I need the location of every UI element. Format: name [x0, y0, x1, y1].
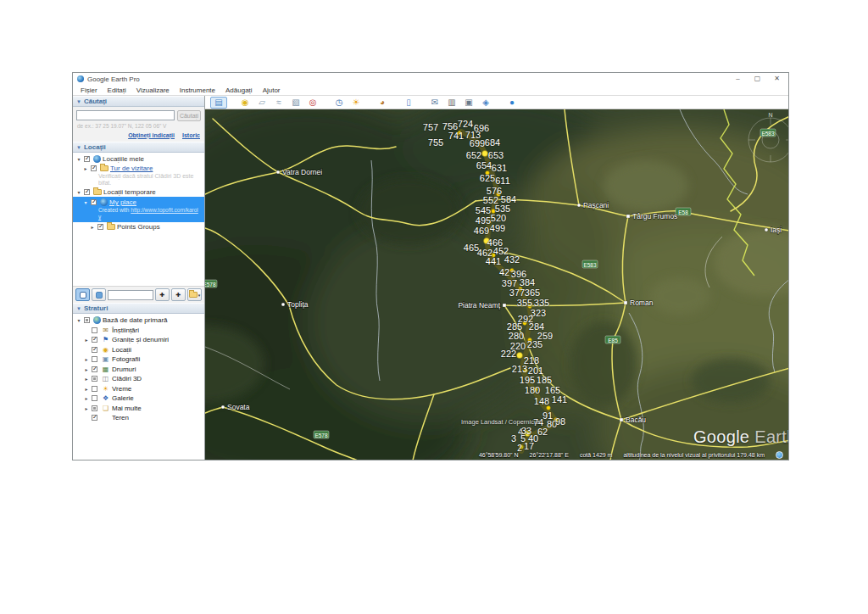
expander-icon[interactable]: ▸ [83, 405, 90, 411]
checkbox[interactable] [92, 405, 97, 411]
waypoint-label[interactable]: 365 [525, 287, 540, 298]
waypoint-label[interactable]: 384 [520, 277, 535, 287]
email-button[interactable] [426, 97, 443, 109]
layer-row-flag[interactable]: ▸Granițe și denumiri [73, 335, 204, 345]
waypoint-label[interactable]: 377 [509, 287, 525, 298]
placemark-pin[interactable] [547, 406, 551, 410]
waypoint-label[interactable]: 432 [504, 254, 520, 265]
tree-item-temporary-places[interactable]: ▾ Locații temporare [73, 187, 204, 197]
checkbox[interactable] [92, 415, 97, 421]
waypoint-label[interactable]: 757 [423, 122, 438, 132]
waypoint-label[interactable]: 741 [448, 131, 464, 141]
checkbox[interactable] [84, 156, 90, 162]
checkbox[interactable] [92, 395, 97, 401]
history-link[interactable]: Istoric [182, 132, 200, 138]
get-directions-link[interactable]: Obțineți indicații [128, 132, 175, 138]
checkbox[interactable] [92, 366, 97, 372]
add-path-button[interactable] [270, 97, 287, 109]
menu-item-1[interactable]: Editați [103, 87, 131, 94]
checkbox[interactable] [92, 376, 97, 382]
maximize-button[interactable]: ▢ [748, 73, 767, 84]
search-input[interactable] [76, 110, 175, 120]
view-in-maps-button[interactable] [477, 97, 494, 109]
tree-item-my-places[interactable]: ▾ Locațiile mele [73, 154, 204, 164]
layer-row-terrain[interactable]: Teren [73, 413, 204, 423]
overview-button[interactable] [92, 288, 106, 301]
expander-icon[interactable]: ▸ [83, 386, 90, 392]
waypoint-label[interactable]: 355 [517, 298, 532, 308]
waypoint-label[interactable]: 3 [511, 433, 516, 444]
layer-row-more[interactable]: ▸Mai multe [73, 404, 204, 414]
planets-button[interactable] [374, 97, 391, 109]
checkbox[interactable] [91, 199, 97, 205]
expander-icon[interactable]: ▸ [82, 165, 89, 171]
waypoint-label[interactable]: 499 [490, 223, 505, 233]
places-panel-header[interactable]: ▼ Locații [73, 142, 204, 153]
expander-icon[interactable]: ▸ [83, 376, 90, 382]
waypoint-label[interactable]: 141 [552, 394, 567, 405]
add-polygon-button[interactable] [253, 97, 270, 109]
add-placemark-button[interactable] [236, 97, 253, 109]
waypoint-label[interactable]: 195 [520, 375, 535, 385]
historical-imagery-button[interactable] [331, 97, 348, 109]
waypoint-label[interactable]: 625 [480, 173, 495, 183]
menu-item-5[interactable]: Ajutor [258, 87, 286, 94]
waypoint-label[interactable]: 653 [488, 150, 504, 160]
waypoint-label[interactable]: 724 [458, 119, 473, 129]
layer-row-building[interactable]: ▸Clădiri 3D [73, 374, 204, 384]
layer-row-gallery[interactable]: ▸Galerie [73, 394, 204, 404]
next-result-button[interactable]: ✚ [171, 288, 186, 301]
expander-icon[interactable]: ▾ [75, 317, 82, 323]
checkbox[interactable] [84, 189, 90, 195]
selected-place-row[interactable]: ▾ My place Created with http://www.topof… [73, 197, 204, 222]
search-panel-header[interactable]: ▼ Căutați [73, 96, 204, 107]
waypoint-label[interactable]: 611 [495, 176, 510, 186]
prev-result-button[interactable]: ✚ [155, 288, 170, 301]
ruler-button[interactable] [400, 97, 417, 109]
waypoint-label[interactable]: 441 [486, 256, 501, 266]
add-image-overlay-button[interactable] [287, 97, 304, 109]
waypoint-label[interactable]: 654 [476, 160, 492, 170]
toggle-sidebar-button[interactable] [210, 97, 227, 109]
title-bar[interactable]: Google Earth Pro – ▢ ✕ [73, 73, 788, 85]
waypoint-label[interactable]: 180 [525, 385, 540, 395]
places-filter-input[interactable] [108, 290, 153, 300]
checkbox[interactable] [92, 347, 97, 353]
waypoint-label[interactable]: 520 [491, 213, 506, 223]
waypoint-label[interactable]: 335 [534, 298, 549, 308]
menu-item-4[interactable]: Adăugați [220, 87, 258, 94]
search-button[interactable]: Căutați [177, 110, 201, 121]
tree-item-tour[interactable]: ▸ Tur de vizitare [73, 164, 204, 173]
save-image-button[interactable] [460, 97, 477, 109]
expander-icon[interactable]: ▸ [83, 356, 90, 362]
waypoint-label[interactable]: 222 [501, 349, 516, 359]
checkbox[interactable] [92, 337, 97, 343]
placemark-pin[interactable] [482, 151, 488, 157]
layer-row-pin[interactable]: Locații [73, 345, 204, 355]
globe-button[interactable] [504, 97, 520, 109]
checkbox[interactable] [92, 327, 97, 333]
record-tour-button[interactable] [304, 97, 321, 109]
layer-row-road[interactable]: ▸Drumuri [73, 365, 204, 375]
waypoint-label[interactable]: 699 [470, 138, 485, 148]
menu-item-3[interactable]: Instrumente [175, 87, 220, 94]
waypoint-label[interactable]: 280 [509, 331, 524, 341]
expander-icon[interactable]: ▾ [75, 156, 82, 162]
layer-row-envelope[interactable]: Înștiințări [73, 326, 204, 336]
tree-item-points-groups[interactable]: ▸ Points Groups [73, 222, 204, 232]
waypoint-label[interactable]: 235 [527, 339, 542, 349]
expander-icon[interactable]: ▸ [83, 337, 90, 343]
waypoint-label[interactable]: 185 [537, 375, 552, 385]
waypoint-label[interactable]: 148 [534, 396, 549, 406]
checkbox[interactable] [92, 386, 97, 392]
expander-icon[interactable]: ▸ [83, 395, 90, 401]
checkbox[interactable] [97, 224, 103, 230]
expander-icon[interactable]: ▾ [75, 189, 82, 195]
layer-row-database[interactable]: ▾Bază de date primară [73, 315, 204, 326]
checkbox[interactable] [91, 165, 97, 171]
layers-panel-header[interactable]: ▼ Straturi [73, 303, 204, 314]
layer-row-weather[interactable]: ▸Vreme [73, 384, 204, 394]
waypoint-label[interactable]: 652 [466, 150, 481, 160]
waypoint-label[interactable]: 42 [499, 267, 509, 277]
placemark-pin[interactable] [517, 353, 523, 359]
